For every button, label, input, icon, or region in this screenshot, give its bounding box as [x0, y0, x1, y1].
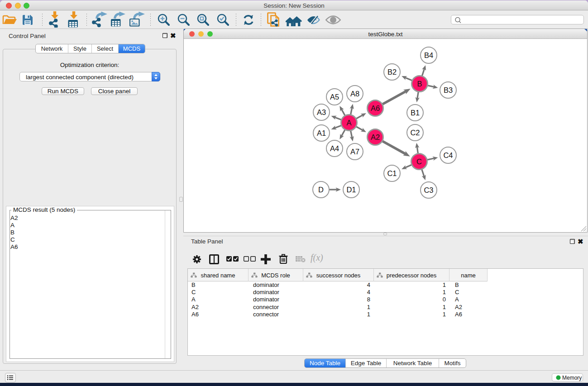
- svg-text:A7: A7: [350, 148, 359, 156]
- svg-text:f(x): f(x): [311, 253, 323, 263]
- svg-text:A3: A3: [317, 108, 326, 116]
- svg-text:C3: C3: [424, 186, 433, 194]
- svg-text:A: A: [346, 119, 351, 127]
- svg-text:A5: A5: [330, 93, 339, 101]
- svg-text:A2: A2: [371, 133, 380, 141]
- svg-text:B2: B2: [387, 68, 397, 76]
- svg-text:C: C: [416, 157, 422, 166]
- svg-text:B1: B1: [411, 109, 420, 117]
- svg-text:A1: A1: [317, 129, 326, 137]
- svg-text:B3: B3: [444, 86, 453, 94]
- svg-text:A6: A6: [371, 104, 380, 112]
- svg-text:B4: B4: [424, 51, 433, 59]
- svg-text:A8: A8: [350, 90, 359, 98]
- svg-text:A4: A4: [330, 144, 339, 152]
- svg-text:C2: C2: [410, 129, 420, 137]
- svg-text:D: D: [318, 186, 324, 194]
- svg-text:C4: C4: [443, 151, 453, 159]
- svg-text:D1: D1: [346, 186, 356, 194]
- svg-text:B: B: [417, 80, 422, 88]
- svg-text:C1: C1: [387, 169, 397, 177]
